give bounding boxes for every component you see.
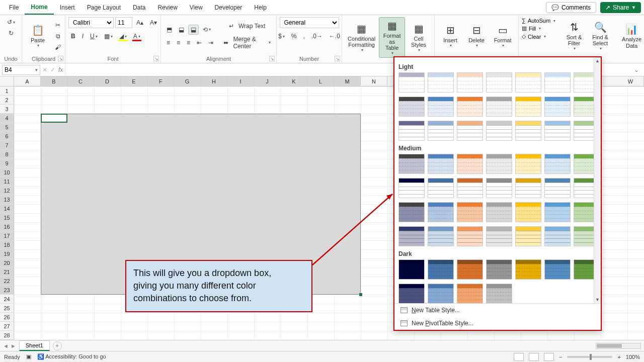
font-color-button[interactable]: A▾	[131, 31, 143, 41]
format-cells-button[interactable]: ▭Format▾	[490, 22, 515, 50]
table-style-swatch[interactable]	[457, 226, 483, 246]
currency-button[interactable]: $▾	[276, 31, 287, 41]
table-style-swatch[interactable]	[486, 178, 512, 198]
sheet-next-button[interactable]: ►	[11, 343, 16, 349]
table-style-swatch[interactable]	[486, 121, 512, 141]
tab-data[interactable]: Data	[127, 1, 151, 14]
autosum-button[interactable]: ∑AutoSum▾	[522, 17, 555, 24]
column-header[interactable]: G	[174, 76, 201, 86]
column-header[interactable]: N	[361, 76, 387, 86]
accessibility-status[interactable]: ♿ Accessibility: Good to go	[37, 353, 106, 360]
page-break-view-button[interactable]	[544, 353, 554, 361]
paste-button[interactable]: 📋 Paste ▾	[25, 22, 50, 50]
percent-button[interactable]: %	[289, 31, 299, 41]
column-header[interactable]: B	[41, 76, 67, 86]
selection-handle[interactable]	[359, 293, 362, 296]
normal-view-button[interactable]	[514, 353, 524, 361]
conditional-formatting-button[interactable]: ▦Conditional Formatting▾	[345, 21, 378, 54]
select-all-corner[interactable]	[0, 76, 14, 86]
align-left-button[interactable]: ≡	[164, 38, 173, 48]
table-style-swatch[interactable]	[398, 121, 425, 141]
table-style-swatch[interactable]	[457, 284, 483, 303]
table-style-swatch[interactable]	[428, 121, 454, 141]
add-sheet-button[interactable]: ＋	[53, 341, 62, 350]
table-style-swatch[interactable]	[457, 72, 483, 93]
column-header[interactable]: C	[67, 76, 94, 86]
table-style-swatch[interactable]	[515, 154, 541, 174]
table-style-swatch[interactable]	[457, 202, 483, 222]
copy-button[interactable]: ⧉	[52, 31, 63, 41]
merge-center-button[interactable]: ⬌ Merge & Center▾	[221, 34, 273, 51]
table-style-swatch[interactable]	[486, 259, 512, 280]
table-style-swatch[interactable]	[428, 259, 454, 280]
column-header[interactable]: I	[227, 76, 254, 86]
tab-review[interactable]: Review	[151, 1, 183, 14]
table-style-swatch[interactable]	[515, 121, 541, 141]
row-header[interactable]: 18	[0, 240, 14, 249]
align-middle-button[interactable]: ⬓	[176, 25, 187, 35]
fill-color-button[interactable]: ◢▾	[117, 31, 129, 41]
number-dialog-launcher[interactable]: ↘	[335, 56, 340, 61]
table-style-swatch[interactable]	[398, 178, 425, 198]
font-dialog-launcher[interactable]: ↘	[153, 56, 159, 61]
table-style-swatch[interactable]	[428, 226, 454, 246]
bold-button[interactable]: B	[68, 31, 78, 41]
row-header[interactable]: 11	[0, 177, 14, 186]
find-select-button[interactable]: 🔍Find & Select▾	[588, 19, 613, 53]
increase-indent-button[interactable]: ⇥	[206, 38, 216, 48]
macro-record-icon[interactable]: ▣	[26, 353, 31, 360]
row-header[interactable]: 14	[0, 204, 14, 213]
row-header[interactable]: 3	[0, 105, 14, 114]
sheet-tab[interactable]: Sheet1	[19, 340, 50, 351]
row-header[interactable]: 25	[0, 304, 14, 313]
zoom-out-button[interactable]: −	[559, 354, 562, 360]
cell-styles-button[interactable]: ▦Cell Styles▾	[406, 21, 431, 54]
row-header[interactable]: 23	[0, 286, 14, 295]
align-center-button[interactable]: ≡	[174, 38, 183, 48]
table-style-swatch[interactable]	[428, 154, 454, 174]
row-header[interactable]: 6	[0, 132, 14, 141]
decrease-font-button[interactable]: A▾	[147, 18, 159, 28]
comma-style-button[interactable]: ,	[301, 31, 307, 41]
table-style-swatch[interactable]	[428, 178, 454, 198]
clipboard-dialog-launcher[interactable]: ↘	[58, 56, 63, 61]
tab-pagelayout[interactable]: Page Layout	[81, 1, 127, 14]
delete-cells-button[interactable]: ⊟Delete▾	[464, 22, 489, 50]
row-header[interactable]: 19	[0, 249, 14, 258]
table-style-swatch[interactable]	[398, 202, 425, 222]
table-style-swatch[interactable]	[486, 154, 512, 174]
table-style-swatch[interactable]	[398, 154, 425, 174]
undo-button[interactable]: ↺▾	[5, 17, 18, 27]
table-style-swatch[interactable]	[457, 259, 483, 280]
row-header[interactable]: 1	[0, 86, 14, 96]
clear-button[interactable]: ◇Clear▾	[522, 33, 555, 40]
table-style-swatch[interactable]	[398, 72, 425, 93]
share-button[interactable]: ↗Share▼	[600, 2, 641, 13]
table-style-swatch[interactable]	[428, 284, 454, 303]
row-header[interactable]: 24	[0, 295, 14, 304]
format-as-table-button[interactable]: ▦Format as Table▾	[379, 17, 405, 58]
active-cell[interactable]	[41, 114, 67, 123]
table-style-swatch[interactable]	[544, 259, 571, 280]
row-header[interactable]: 4	[0, 114, 14, 123]
alignment-dialog-launcher[interactable]: ↘	[269, 56, 275, 61]
column-header[interactable]: J	[254, 76, 281, 86]
table-style-swatch[interactable]	[515, 226, 541, 246]
comments-button[interactable]: 💬Comments	[546, 2, 596, 13]
column-header[interactable]: W	[617, 76, 644, 86]
column-header[interactable]: E	[121, 76, 147, 86]
table-style-swatch[interactable]	[398, 97, 425, 117]
table-style-swatch[interactable]	[428, 97, 454, 117]
table-style-swatch[interactable]	[486, 97, 512, 117]
fx-icon[interactable]: fx	[58, 66, 63, 73]
row-header[interactable]: 22	[0, 277, 14, 286]
column-header[interactable]: K	[281, 76, 307, 86]
column-header[interactable]: A	[14, 76, 41, 86]
table-style-swatch[interactable]	[457, 121, 483, 141]
underline-button[interactable]: U▾	[88, 31, 100, 41]
tab-view[interactable]: View	[184, 1, 209, 14]
increase-decimal-button[interactable]: .0→	[309, 31, 325, 41]
align-bottom-button[interactable]: ⬓	[188, 25, 199, 35]
cancel-entry-icon[interactable]: ✕	[42, 66, 47, 73]
row-header[interactable]: 28	[0, 331, 14, 340]
